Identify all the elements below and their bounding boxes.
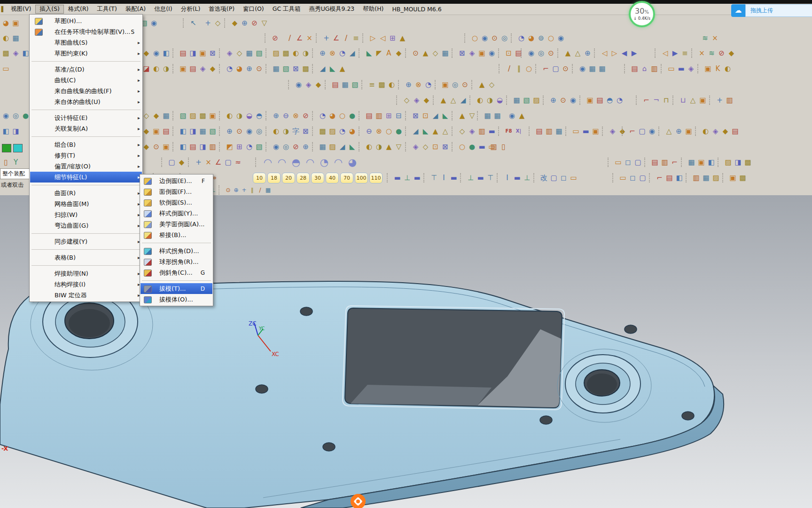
toolbar-icon[interactable]: ▣ [698,94,708,106]
toolbar-grip[interactable] [398,80,402,89]
toolbar-icon[interactable]: / [256,186,264,194]
toolbar-icon[interactable]: ▥ [660,156,670,168]
toolbar-icon[interactable]: ◣ [347,141,357,153]
toolbar-grip[interactable] [423,173,428,183]
toolbar-icon[interactable]: ▲ [337,63,347,75]
limit-number-button[interactable]: 100 [355,173,368,183]
toolbar-icon[interactable]: ▦ [340,79,350,91]
limit-number-button[interactable]: 70 [340,173,353,183]
toolbar-icon[interactable]: ⊙ [558,94,568,106]
toolbar-icon[interactable]: ◈ [412,94,422,106]
toolbar-grip[interactable] [543,95,547,105]
toolbar-grip[interactable] [460,173,464,183]
toolbar-icon[interactable]: ◆ [230,17,240,29]
toolbar-icon[interactable]: ⊚ [536,32,546,44]
toolbar-icon[interactable]: ≈ [233,156,243,168]
toolbar-icon[interactable]: ▶ [629,47,639,59]
toolbar-icon[interactable]: ◔ [516,32,526,44]
toolbar-icon[interactable]: × [203,156,213,168]
toolbar-grip[interactable] [594,48,598,58]
toolbar-grip[interactable] [661,64,665,73]
toolbar-icon[interactable]: ◧ [674,172,684,184]
toolbar-icon[interactable]: ◣ [364,47,374,59]
toolbar-icon[interactable]: ▬ [449,172,459,184]
menubar-item-information[interactable]: 信息(I) [150,5,176,14]
menubar-item-analysis[interactable]: 分析(L) [177,5,205,14]
toolbar-icon[interactable]: ∠ [213,156,223,168]
toolbar-icon[interactable]: K [713,63,723,75]
menu-item-curve-from-bodies[interactable]: 来自体的曲线(U)▸ [30,96,142,107]
toolbar-icon[interactable]: ◩ [225,141,234,153]
toolbar-icon[interactable]: ⊔ [678,94,688,106]
toolbar-grip[interactable] [506,95,510,105]
toolbar-grip[interactable] [658,127,663,136]
toolbar-icon[interactable]: ◈ [467,125,477,137]
toolbar-icon[interactable]: ⊗ [328,47,337,59]
toolbar-icon[interactable]: ◉ [1,110,11,122]
toolbar-icon[interactable]: ◪ [141,63,151,75]
toolbar-icon[interactable]: ◠ [331,156,345,168]
toolbar-icon[interactable]: ◻ [559,172,569,184]
toolbar-icon[interactable]: + [715,94,725,106]
toolbar-grip[interactable] [312,127,316,136]
toolbar-grip[interactable] [612,173,617,183]
toolbar-icon[interactable]: ▶ [670,47,680,59]
menubar-item-assemblies[interactable]: 装配(A) [121,5,150,14]
toolbar-grip[interactable] [565,127,570,136]
toolbar-icon[interactable]: ◉ [526,47,536,59]
toolbar-icon[interactable]: ▭ [569,172,578,184]
toolbar-grip[interactable] [405,111,409,120]
toolbar-icon[interactable]: ◧ [706,156,716,168]
toolbar-icon[interactable]: ◇ [421,141,430,153]
toolbar-icon[interactable]: ▥ [725,94,734,106]
toolbar-icon[interactable]: ◕ [526,32,536,44]
toolbar-grip[interactable] [697,64,702,73]
toolbar-icon[interactable]: ◢ [318,63,328,75]
toolbar-icon[interactable]: ▷ [609,47,619,59]
toolbar-icon[interactable]: ◆ [313,79,323,91]
toolbar-icon[interactable]: ⊕ [583,47,593,59]
toolbar-grip[interactable] [464,33,468,43]
toolbar-icon[interactable]: ○ [384,125,394,137]
toolbar-icon[interactable]: ▲ [517,110,527,122]
toolbar-icon[interactable]: ◆ [177,156,187,168]
toolbar-icon[interactable]: △ [688,94,698,106]
toolbar-icon[interactable]: ⊙ [254,63,264,75]
toolbar-icon[interactable]: ◎ [281,141,291,153]
toolbar-icon[interactable]: ◇ [457,125,467,137]
toolbar-icon[interactable]: ▨ [188,110,198,122]
toolbar-icon[interactable]: ⊕ [301,141,311,153]
toolbar-icon[interactable]: ▦ [687,156,696,168]
toolbar-grip[interactable] [695,127,699,136]
toolbar-icon[interactable]: ◆ [141,47,151,59]
toolbar-icon[interactable]: ▩ [281,47,291,59]
toolbar-icon[interactable]: ◉ [271,141,281,153]
toolbar-icon[interactable]: ▤ [730,125,740,137]
toolbar-icon[interactable]: ⊠ [208,47,218,59]
toolbar-icon[interactable]: ◠ [303,156,317,168]
toolbar-icon[interactable]: ◕ [347,125,357,137]
toolbar-icon[interactable]: ◓ [289,156,303,168]
toolbar-icon[interactable]: × [697,47,707,59]
toolbar-icon[interactable]: ◈ [11,47,21,59]
toolbar-icon[interactable]: ⌐ [541,63,551,75]
toolbar-icon[interactable]: ▣ [585,94,595,106]
toolbar-icon[interactable]: ◁ [378,32,388,44]
toolbar-icon[interactable]: ◐ [364,141,374,153]
toolbar-icon[interactable]: ◔ [318,110,328,122]
toolbar-icon[interactable]: ▣ [684,125,694,137]
toolbar-icon[interactable]: ▬ [412,172,422,184]
toolbar-icon[interactable]: ◐ [475,94,485,106]
toolbar-grip[interactable] [312,48,316,58]
menu-item-flange-surface[interactable]: 弯边曲面(G)▸ [30,220,142,231]
toolbar-icon[interactable]: ▥ [477,125,487,137]
toolbar-grip[interactable] [359,142,363,151]
toolbar-icon[interactable]: ◆ [141,125,151,137]
toolbar-icon[interactable]: ▲ [384,141,394,153]
toolbar-icon[interactable]: ⊗ [291,110,301,122]
toolbar-grip[interactable] [405,48,409,58]
toolbar-icon[interactable]: ○ [546,32,556,44]
toolbar-icon[interactable]: + [321,32,331,44]
toolbar-icon[interactable]: △ [573,47,583,59]
toolbar-grip[interactable] [452,48,456,58]
